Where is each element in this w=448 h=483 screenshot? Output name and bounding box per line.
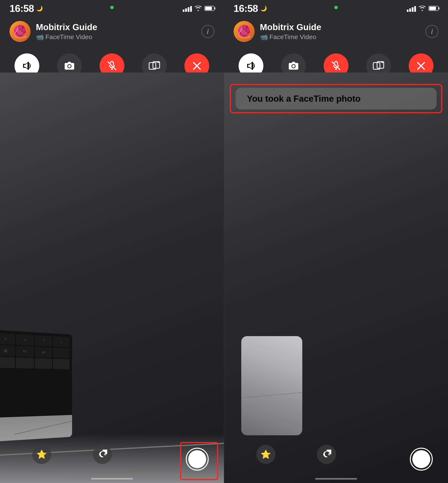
effects-button-right[interactable]: ⭐: [256, 445, 275, 464]
camera-feed-right: You took a FaceTime photo ⭐: [224, 72, 448, 483]
key-12: [53, 359, 70, 369]
moon-icon-left: 🌙: [36, 5, 43, 12]
battery-icon-right: [429, 6, 439, 11]
signal-bar-r4: [414, 6, 416, 12]
speaker-icon-left: [21, 60, 33, 72]
key-10: [16, 357, 34, 369]
key-9: [0, 357, 15, 368]
key-4: /: [53, 336, 70, 347]
home-indicator-left: [91, 478, 133, 480]
caller-name-left: Mobitrix Guide: [36, 22, 97, 32]
call-type-right: 📹 FaceTime Video: [260, 33, 321, 41]
signal-bars-left: [183, 5, 192, 12]
speaker-icon-right: [245, 60, 257, 72]
caller-details-right: Mobitrix Guide 📹 FaceTime Video: [260, 22, 321, 41]
flip-camera-button-left[interactable]: [93, 445, 112, 464]
end-icon-left: [192, 61, 202, 71]
signal-bars-right: [407, 5, 416, 12]
call-type-left: 📹 FaceTime Video: [36, 33, 97, 41]
info-button-right[interactable]: i: [425, 25, 439, 38]
self-view-content-right: [241, 336, 302, 435]
key-7: Alt: [35, 346, 52, 358]
signal-bar-r2: [409, 8, 411, 12]
flip-camera-button-right[interactable]: [317, 445, 336, 464]
video-icon-small-right: 📹: [260, 33, 268, 41]
end-icon-right: [416, 61, 426, 71]
caller-details-left: Mobitrix Guide 📹 FaceTime Video: [36, 22, 97, 41]
shutter-inner-left: [188, 450, 206, 468]
video-area-right: You took a FaceTime photo ⭐: [224, 72, 448, 483]
wifi-icon-right: [419, 6, 426, 11]
wire-in-selfview: [241, 392, 302, 398]
signal-bar-2: [185, 8, 187, 12]
left-phone-panel: 16:58 🌙 🧶 Mobitrix Guide: [0, 0, 224, 483]
caller-name-right: Mobitrix Guide: [260, 22, 321, 32]
status-time-left: 16:58: [9, 3, 34, 14]
shutter-inner-right: [412, 450, 430, 468]
flip-camera-icon-left: [98, 450, 107, 459]
svg-point-0: [68, 65, 71, 68]
effects-button-left[interactable]: ⭐: [32, 445, 51, 464]
status-icons-left: [183, 5, 214, 12]
effects-icon-right: ⭐: [261, 450, 271, 459]
avatar-right: 🧶: [234, 21, 255, 42]
caller-info-right: 🧶 Mobitrix Guide 📹 FaceTime Video: [234, 21, 321, 42]
key-8: [53, 347, 70, 358]
notification-area-right: You took a FaceTime photo: [224, 88, 448, 110]
signal-bar-r1: [407, 9, 408, 12]
keyboard-visual-left: < > ? / 換 Fn Alt: [0, 330, 72, 442]
shutter-area-right: [410, 448, 433, 471]
key-1: <: [0, 333, 15, 345]
notification-banner-right: You took a FaceTime photo: [236, 88, 437, 110]
shutter-button-right[interactable]: [410, 448, 433, 471]
signal-bar-1: [183, 9, 184, 12]
signal-bar-r3: [412, 7, 414, 12]
call-header-left: 🧶 Mobitrix Guide 📹 FaceTime Video i: [0, 17, 224, 46]
key-3: ?: [35, 335, 52, 346]
key-2: >: [16, 334, 34, 346]
wifi-icon-left: [194, 6, 202, 11]
key-6: Fn: [16, 346, 34, 357]
green-dot-left: [110, 6, 114, 9]
avatar-emoji-right: 🧶: [237, 24, 252, 39]
key-11: [35, 358, 52, 369]
call-type-label-right: FaceTime Video: [270, 33, 316, 41]
video-area-left: < > ? / 換 Fn Alt: [0, 72, 224, 483]
battery-fill-left: [205, 7, 212, 10]
svg-point-9: [292, 65, 295, 68]
signal-bar-4: [190, 6, 192, 12]
share-icon-left: [148, 61, 160, 71]
status-time-right: 16:58: [234, 3, 258, 14]
call-header-right: 🧶 Mobitrix Guide 📹 FaceTime Video i: [224, 17, 448, 46]
right-phone-panel: 16:58 🌙 🧶 Mobitrix Guide: [224, 0, 448, 483]
self-view-right: [241, 336, 302, 435]
shutter-area-left: [186, 448, 209, 471]
home-indicator-right: [315, 478, 357, 480]
caller-info-left: 🧶 Mobitrix Guide 📹 FaceTime Video: [9, 21, 97, 42]
camera-icon-right: [288, 60, 299, 72]
camera-feed-left: < > ? / 換 Fn Alt: [0, 72, 224, 483]
status-icons-right: [407, 5, 439, 12]
camera-icon-left: [64, 60, 75, 72]
battery-fill-right: [429, 7, 436, 10]
avatar-emoji-left: 🧶: [12, 24, 28, 39]
moon-icon-right: 🌙: [260, 5, 267, 12]
green-dot-right: [334, 6, 338, 9]
share-icon-right: [372, 61, 385, 71]
avatar-left: 🧶: [9, 21, 31, 42]
key-5: 換: [0, 345, 15, 356]
shutter-button-left[interactable]: [186, 448, 209, 471]
flip-camera-icon-right: [322, 450, 331, 459]
info-button-left[interactable]: i: [201, 25, 214, 38]
mute-icon-right: [330, 60, 342, 72]
call-type-label-left: FaceTime Video: [45, 33, 92, 41]
battery-icon-left: [204, 6, 214, 11]
mute-icon-left: [106, 60, 118, 72]
effects-icon-left: ⭐: [36, 450, 47, 459]
self-view-gradient: [241, 336, 302, 435]
video-icon-small-left: 📹: [36, 33, 44, 41]
notification-text-right: You took a FaceTime photo: [247, 94, 361, 104]
signal-bar-3: [188, 7, 189, 12]
